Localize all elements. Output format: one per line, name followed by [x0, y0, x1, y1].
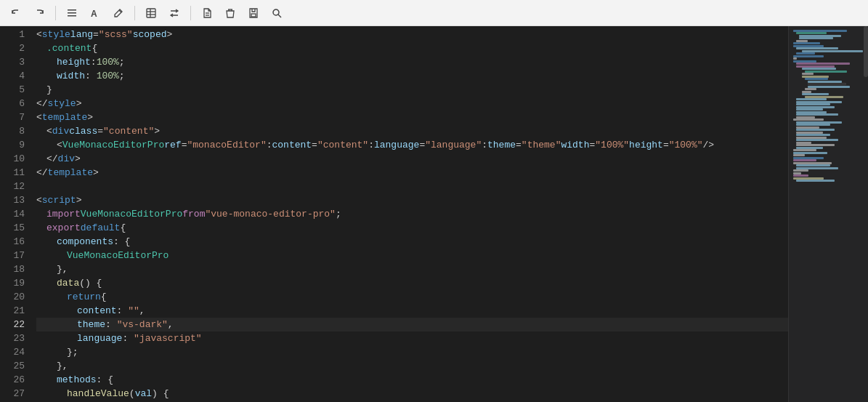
- svg-rect-0: [68, 9, 76, 11]
- sep1: [55, 6, 56, 20]
- code-line-20: return {: [36, 290, 788, 304]
- line-num-5: 5: [0, 83, 25, 97]
- code-line-16: components: {: [36, 235, 788, 249]
- code-line-7: <template>: [36, 110, 788, 124]
- code-line-19: data() {: [36, 276, 788, 290]
- svg-rect-13: [251, 14, 256, 17]
- line-num-22: 22: [0, 318, 25, 331]
- undo-button[interactable]: [6, 3, 26, 23]
- line-num-16: 16: [0, 235, 25, 249]
- code-line-18: },: [36, 262, 788, 276]
- code-line-24: };: [36, 345, 788, 359]
- sep2: [134, 6, 135, 20]
- trash-button[interactable]: [220, 3, 240, 23]
- code-line-22: theme: "vs-dark",: [36, 318, 788, 331]
- code-line-25: },: [36, 359, 788, 373]
- line-numbers: 1 2 3 4 5 6 7 8 9 10 11 12 13 14 15 16 1…: [0, 26, 31, 402]
- line-num-19: 19: [0, 276, 25, 290]
- redo-button[interactable]: [29, 3, 49, 23]
- doc-button[interactable]: [197, 3, 217, 23]
- line-num-20: 20: [0, 290, 25, 304]
- line-num-12: 12: [0, 180, 25, 193]
- svg-rect-1: [68, 12, 76, 14]
- code-line-11: </template>: [36, 166, 788, 180]
- code-line-1: <style lang="scss" scoped>: [36, 28, 788, 41]
- lines-button[interactable]: [62, 3, 82, 23]
- text-button[interactable]: A: [85, 3, 105, 23]
- code-line-5: }: [36, 83, 788, 97]
- code-line-23: language: "javascript": [36, 331, 788, 345]
- svg-line-15: [278, 15, 281, 17]
- line-num-10: 10: [0, 152, 25, 166]
- code-area: 1 2 3 4 5 6 7 8 9 10 11 12 13 14 15 16 1…: [0, 26, 788, 402]
- minimap-canvas: [789, 26, 868, 402]
- code-line-8: <div class="content">: [36, 124, 788, 138]
- sep3: [190, 6, 191, 20]
- line-num-2: 2: [0, 41, 25, 55]
- line-num-21: 21: [0, 304, 25, 318]
- line-num-23: 23: [0, 331, 25, 345]
- line-num-17: 17: [0, 249, 25, 262]
- line-num-26: 26: [0, 373, 25, 387]
- line-num-14: 14: [0, 207, 25, 221]
- line-num-18: 18: [0, 262, 25, 276]
- code-line-27: handleValue(val) {: [36, 387, 788, 401]
- code-lines[interactable]: <style lang="scss" scoped> .content{ hei…: [31, 26, 788, 402]
- code-line-17: VueMonacoEditorPro: [36, 249, 788, 262]
- svg-rect-2: [68, 15, 76, 17]
- line-num-25: 25: [0, 359, 25, 373]
- code-line-10: </div>: [36, 152, 788, 166]
- svg-text:A: A: [91, 9, 97, 19]
- line-num-3: 3: [0, 55, 25, 69]
- code-line-3: height:100%;: [36, 55, 788, 69]
- line-num-7: 7: [0, 110, 25, 124]
- line-num-13: 13: [0, 193, 25, 207]
- toolbar: A: [0, 0, 868, 26]
- line-num-11: 11: [0, 166, 25, 180]
- svg-point-14: [273, 9, 279, 15]
- code-line-9: <VueMonacoEditorPro ref="monacoEditor" :…: [36, 138, 788, 152]
- code-line-14: import VueMonacoEditorPro from "vue-mona…: [36, 207, 788, 221]
- transfer-button[interactable]: [164, 3, 184, 23]
- line-num-8: 8: [0, 124, 25, 138]
- line-num-15: 15: [0, 221, 25, 235]
- code-line-15: export default {: [36, 221, 788, 235]
- save-button[interactable]: [243, 3, 264, 23]
- line-num-24: 24: [0, 345, 25, 359]
- svg-rect-4: [147, 9, 155, 17]
- code-line-6: </style>: [36, 97, 788, 110]
- main-editor[interactable]: 1 2 3 4 5 6 7 8 9 10 11 12 13 14 15 16 1…: [0, 26, 788, 402]
- search-button[interactable]: [267, 3, 287, 23]
- code-line-12: [36, 180, 788, 193]
- line-num-6: 6: [0, 97, 25, 110]
- line-num-4: 4: [0, 69, 25, 83]
- code-line-21: content: "",: [36, 304, 788, 318]
- code-line-4: width: 100%;: [36, 69, 788, 83]
- line-num-9: 9: [0, 138, 25, 152]
- code-line-26: methods: {: [36, 373, 788, 387]
- code-line-2: .content{: [36, 41, 788, 55]
- line-num-27: 27: [0, 387, 25, 401]
- minimap[interactable]: [788, 26, 868, 402]
- pencil-button[interactable]: [108, 3, 129, 23]
- editor-container: 1 2 3 4 5 6 7 8 9 10 11 12 13 14 15 16 1…: [0, 26, 868, 402]
- line-num-1: 1: [0, 28, 25, 41]
- code-line-13: <script>: [36, 193, 788, 207]
- table-button[interactable]: [141, 3, 161, 23]
